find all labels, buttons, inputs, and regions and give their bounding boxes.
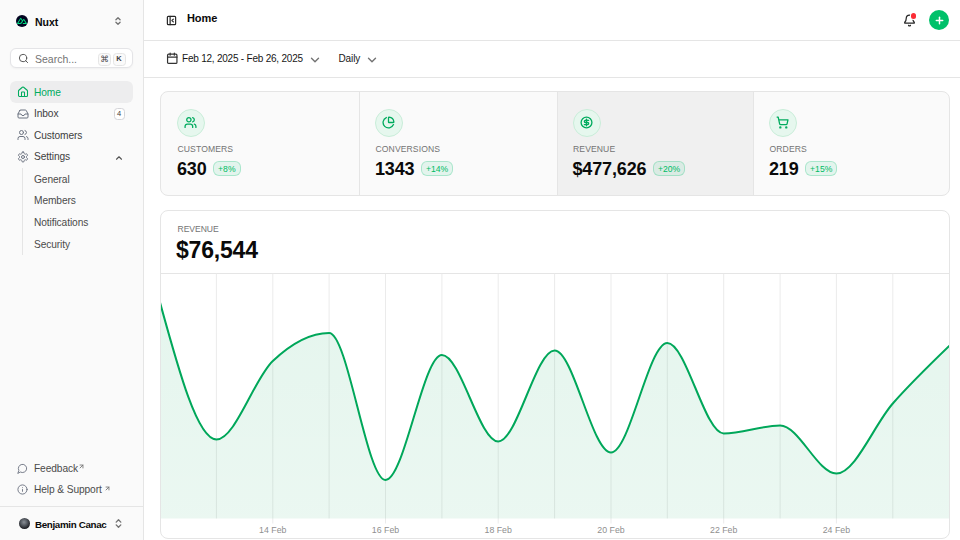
svg-text:18 Feb: 18 Feb (485, 525, 512, 535)
svg-text:20 Feb: 20 Feb (597, 525, 624, 535)
svg-text:16 Feb: 16 Feb (372, 525, 399, 535)
svg-text:14 Feb: 14 Feb (259, 525, 286, 535)
svg-text:22 Feb: 22 Feb (710, 525, 737, 535)
svg-text:24 Feb: 24 Feb (823, 525, 850, 535)
